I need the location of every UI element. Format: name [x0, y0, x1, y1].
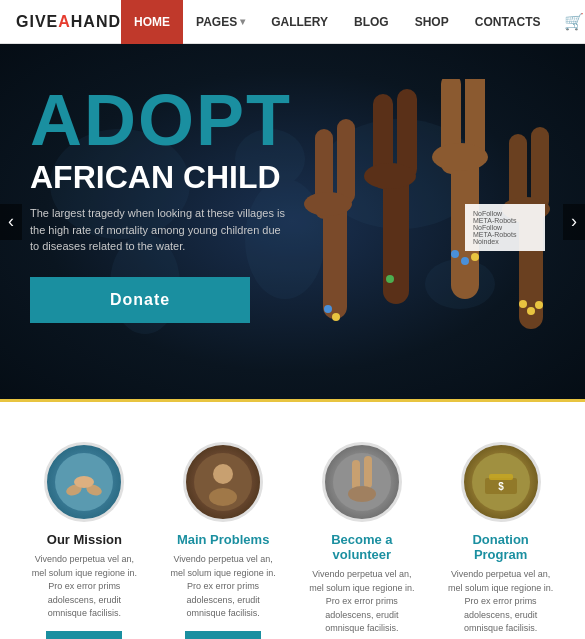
donation-image: $: [461, 442, 541, 522]
navigation: HOME PAGES ▾ GALLERY BLOG SHOP CONTACTS: [121, 0, 553, 44]
chevron-down-icon: ▾: [240, 16, 245, 27]
svg-point-16: [386, 275, 394, 283]
svg-text:$: $: [498, 481, 504, 492]
problems-details-button[interactable]: Details: [185, 631, 261, 640]
feature-card-mission: Our Mission Vivendo perpetua vel an, mel…: [20, 432, 149, 639]
hero-section: Adopt African Child The largest tragedy …: [0, 44, 585, 399]
problems-icon: [193, 452, 253, 512]
hero-adopt-text: Adopt: [30, 84, 292, 156]
svg-point-34: [74, 476, 94, 488]
volunteer-icon: [332, 452, 392, 512]
nav-item-home[interactable]: HOME: [121, 0, 183, 44]
mission-details-button[interactable]: Details: [46, 631, 122, 640]
volunteer-image: [322, 442, 402, 522]
header: GIVEAHAND HOME PAGES ▾ GALLERY BLOG SHOP…: [0, 0, 585, 44]
hero-prev-button[interactable]: ‹: [0, 204, 22, 240]
logo: GIVEAHAND: [16, 13, 121, 31]
nav-item-blog[interactable]: BLOG: [341, 0, 402, 44]
svg-point-30: [535, 301, 543, 309]
features-grid: Our Mission Vivendo perpetua vel an, mel…: [20, 432, 565, 639]
mission-desc: Vivendo perpetua vel an, mel solum ique …: [28, 553, 141, 621]
feature-card-volunteer: Become a volunteer Vivendo perpetua vel …: [298, 432, 427, 639]
info-text: NoFollowMETA-Robots NoFollowMETA-Robots …: [473, 210, 537, 245]
donation-desc: Vivendo perpetua vel an, mel solum ique …: [444, 568, 557, 636]
svg-point-41: [348, 486, 376, 502]
donation-title: Donation Program: [444, 532, 557, 562]
hero-content: Adopt African Child The largest tragedy …: [30, 84, 292, 323]
svg-rect-26: [531, 127, 549, 210]
svg-point-22: [461, 257, 469, 265]
svg-rect-39: [352, 460, 360, 490]
logo-highlight: A: [58, 13, 71, 30]
svg-point-10: [324, 305, 332, 313]
hero-info-overlay: NoFollowMETA-Robots NoFollowMETA-Robots …: [465, 204, 545, 251]
svg-point-37: [209, 488, 237, 506]
hero-description: The largest tragedy when looking at thes…: [30, 205, 290, 255]
svg-rect-40: [364, 456, 372, 488]
svg-point-11: [332, 313, 340, 321]
svg-point-28: [519, 300, 527, 308]
mission-title: Our Mission: [47, 532, 122, 547]
cart-icon[interactable]: 🛒: [554, 12, 586, 31]
mission-image: [44, 442, 124, 522]
nav-item-contacts[interactable]: CONTACTS: [462, 0, 554, 44]
features-section: Our Mission Vivendo perpetua vel an, mel…: [0, 399, 585, 639]
problems-title: Main Problems: [177, 532, 269, 547]
problems-image: [183, 442, 263, 522]
nav-item-gallery[interactable]: GALLERY: [258, 0, 341, 44]
hero-next-button[interactable]: ›: [563, 204, 585, 240]
svg-point-9: [304, 192, 352, 216]
svg-rect-44: [489, 474, 513, 480]
svg-rect-12: [383, 169, 409, 304]
hero-subtitle: African Child: [30, 160, 292, 195]
svg-rect-8: [337, 119, 355, 204]
svg-point-36: [213, 464, 233, 484]
volunteer-desc: Vivendo perpetua vel an, mel solum ique …: [306, 568, 419, 636]
svg-point-21: [451, 250, 459, 258]
nav-item-shop[interactable]: SHOP: [402, 0, 462, 44]
svg-point-23: [471, 253, 479, 261]
donate-button[interactable]: Donate: [30, 277, 250, 323]
svg-point-20: [432, 143, 488, 171]
mission-icon: [54, 452, 114, 512]
nav-item-pages[interactable]: PAGES ▾: [183, 0, 258, 44]
problems-desc: Vivendo perpetua vel an, mel solum ique …: [167, 553, 280, 621]
svg-point-38: [333, 453, 391, 511]
svg-point-29: [527, 307, 535, 315]
feature-card-donation: $ Donation Program Vivendo perpetua vel …: [436, 432, 565, 639]
svg-point-15: [364, 163, 416, 189]
volunteer-title: Become a volunteer: [306, 532, 419, 562]
feature-card-problems: Main Problems Vivendo perpetua vel an, m…: [159, 432, 288, 639]
donation-icon: $: [471, 452, 531, 512]
